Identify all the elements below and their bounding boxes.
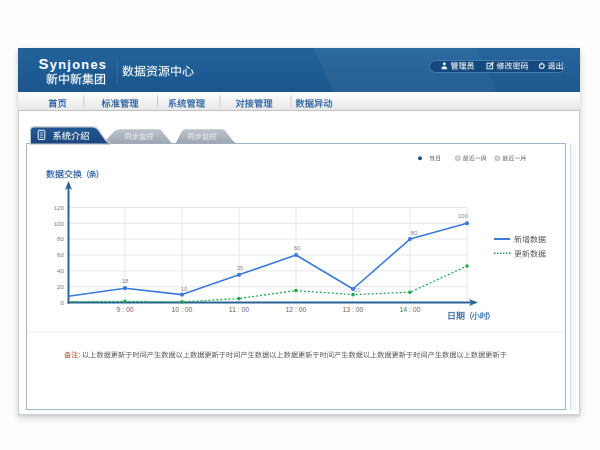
- svg-text:120: 120: [54, 204, 65, 211]
- svg-text:40: 40: [57, 267, 64, 274]
- svg-text:0: 0: [61, 299, 65, 306]
- svg-text:100: 100: [458, 213, 469, 219]
- svg-text:80: 80: [57, 235, 64, 242]
- svg-text:9 : 00: 9 : 00: [116, 306, 133, 313]
- svg-text:13 : 00: 13 : 00: [343, 306, 364, 313]
- svg-text:Synjones: Synjones: [39, 55, 108, 72]
- svg-text:80: 80: [411, 230, 418, 236]
- svg-text:60: 60: [294, 245, 301, 251]
- svg-text:10: 10: [354, 287, 360, 293]
- svg-text:10 : 00: 10 : 00: [172, 306, 193, 313]
- svg-text:60: 60: [57, 251, 64, 258]
- svg-text:11 : 00: 11 : 00: [229, 306, 250, 313]
- svg-text:18: 18: [122, 278, 129, 284]
- svg-text:12 : 00: 12 : 00: [286, 306, 307, 313]
- svg-text:14 : 00: 14 : 00: [400, 306, 421, 313]
- svg-text:35: 35: [237, 265, 244, 271]
- svg-text:20: 20: [57, 283, 64, 290]
- svg-text:100: 100: [54, 220, 65, 227]
- svg-text:10: 10: [181, 286, 188, 292]
